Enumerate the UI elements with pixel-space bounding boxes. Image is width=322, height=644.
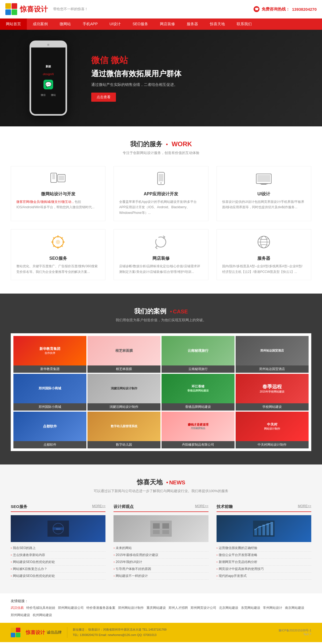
footer-info-label: 新址搬迁： xyxy=(73,628,87,631)
news-title: 惊喜天地 • NEWS xyxy=(11,478,311,486)
service-card-app: APP应用设计开发 全覆盖苹果手机App设计的手机网站建设开发/跨多平台APP应… xyxy=(114,166,208,221)
footer-slogan-text: 诚信品牌 xyxy=(47,630,62,635)
case-item-4[interactable]: 郑州祐达国贸酒店 郑州祐达国贸酒店 xyxy=(236,336,309,373)
news-img-tech xyxy=(217,515,311,542)
news-item[interactable]: 引导用户体验不好的原因 xyxy=(114,566,208,573)
case-img-2: 根芝林面膜 xyxy=(87,336,160,365)
case-item-2[interactable]: 根芝林面膜 根芝林面膜 xyxy=(87,336,160,373)
case-item-6[interactable]: 润腱活网站设计制作 润腱活网站设计制作 xyxy=(87,374,160,411)
link-zhengzhou-recruit[interactable]: 郑州人才招聘 xyxy=(169,606,188,610)
case-item-12[interactable]: 中关村 网站设计制作 中关村网站设计制作 xyxy=(236,412,309,448)
link-zhengzhou-design[interactable]: 郑州网站设计制作 xyxy=(118,606,144,610)
news-item[interactable]: 网站建设不一样的设计 xyxy=(114,573,208,580)
news-item[interactable]: 未来的网站 xyxy=(114,545,208,552)
case-img-12: 中关村 网站设计制作 xyxy=(236,412,309,441)
nav-item-home[interactable]: 网站首页 xyxy=(0,19,27,30)
case-item-1[interactable]: 新华教育集团 合作伙伴 新华教育集团 xyxy=(13,336,86,373)
news-design-more[interactable]: MORE>> xyxy=(195,504,208,509)
phone-new-label: 新媒 xyxy=(46,65,51,68)
service-icon-micro xyxy=(16,172,100,188)
cases-subtitle: 我们用创意为客户创造价值，为他们实现互联网上的突破。 xyxy=(11,318,311,323)
link-wuhan[interactable]: 武汉佳易 xyxy=(11,606,24,610)
news-item[interactable]: 网站建设SEO自然优化的好处 xyxy=(11,573,105,580)
phone-number: 13938204270 xyxy=(292,7,317,12)
link-hangzhou[interactable]: 杭州网站建设 xyxy=(33,613,52,617)
news-section: 惊喜天地 • NEWS 可以通过以下新闻与公司动态进一步了解我们与网站建设行业。… xyxy=(0,464,322,593)
case-label-1: 新华教育集团 xyxy=(13,365,86,373)
news-item[interactable]: 我在SEO的路上 xyxy=(11,545,105,552)
news-item[interactable]: 网站建设SEO自然优化的好处 xyxy=(11,559,105,566)
news-item[interactable]: 新潮网页平台竞品结构分析 xyxy=(217,559,311,566)
site-header: 惊喜设计 带给您不一样的惊喜！ ☎ 免费咨询热线： 13938204270 xyxy=(0,0,322,19)
case-item-11[interactable]: 赚钱才是硬道理 丹阳橡胶制品 丹阳橡胶制品有限公司 xyxy=(162,412,235,448)
case-item-7[interactable]: 环江香猪 香猪品牌网站建设 香猪品牌网站建设 xyxy=(162,374,235,411)
nav-item-micro[interactable]: 微网站 xyxy=(54,19,77,30)
case-img-6: 润腱活网站设计制作 xyxy=(87,374,160,403)
case-item-9[interactable]: 点都软件 点都软件 xyxy=(13,412,86,448)
case-item-5[interactable]: 郑州国际小商城 郑州国际小商城 xyxy=(13,374,86,411)
link-dongguan[interactable]: 东莞网站建设 xyxy=(241,606,260,610)
footer-beian-text: 豫ICP备2022015100号-1 xyxy=(279,628,311,632)
news-title-en: NEWS xyxy=(169,480,185,485)
case-img-8: 春季远程 2015年学校网站建设 xyxy=(236,374,309,403)
hero-title-white: 通过微信有效拓展用户群体 xyxy=(91,68,301,79)
logo[interactable]: 惊喜设计 带给您不一样的惊喜！ xyxy=(5,3,88,15)
news-item[interactable]: 2015年最移动应用的设计建议 xyxy=(114,552,208,559)
nav-item-store[interactable]: 网店装修 xyxy=(154,19,181,30)
services-title: 我们的服务 • WORK xyxy=(11,140,311,148)
case-item-3[interactable]: 云南秘境旅行 云南秘境旅行 xyxy=(162,336,235,373)
nav-item-contact[interactable]: 联系我们 xyxy=(231,19,258,30)
services-grid: 微网站设计与开发 微客官网/微会员/微购城/微支付/微互动，包括IOS/Andr… xyxy=(11,166,311,280)
link-chongqing[interactable]: 重庆网站建设 xyxy=(147,606,166,610)
svg-rect-36 xyxy=(262,525,265,535)
case-item-10[interactable]: 数字幼儿园管理系统 数字幼儿园 xyxy=(87,412,160,448)
logo-text: 惊喜设计 xyxy=(20,5,48,14)
service-card-micro: 微网站设计与开发 微客官网/微会员/微购城/微支付/微互动，包括IOS/Andr… xyxy=(11,166,105,221)
news-item[interactable]: 怎么快速收录新站内容 xyxy=(11,552,105,559)
footer-email-label: Email: xyxy=(99,633,108,636)
news-item[interactable]: 微信公众平台开发部署攻略 xyxy=(217,552,311,559)
friendly-links-section: 友情链接： 武汉佳易 特价毛绒玩具布娃娃 郑州网站建设公司 特价香港服务器备案 … xyxy=(0,593,322,623)
hero-content: 新媒 designN 💬 微信 微站 微信 微站 通过微信有效拓展用户群体 通过… xyxy=(0,30,322,126)
nav-item-news[interactable]: 惊喜天地 xyxy=(204,19,231,30)
link-changzhou[interactable]: 常州网站设计 xyxy=(263,606,282,610)
news-tech-more[interactable]: MORE>> xyxy=(298,504,311,509)
service-name-micro: 微网站设计与开发 xyxy=(16,191,100,197)
footer-brand-text: 惊喜设计 xyxy=(26,629,45,636)
footer-qq: 07001013 xyxy=(143,633,156,636)
news-title-text: 惊喜天地 xyxy=(137,478,163,486)
service-card-seo: SEO服务 整站优化、关键字百度推广、广告报价百度/搜狗/360搜索竞价排名等。… xyxy=(11,229,105,280)
service-icon-ui xyxy=(222,172,306,188)
news-col-tech: 技术前瞻 MORE>> 运营微信朋友圈的正确经验 微信公众平台开发部署攻略 新潮… xyxy=(217,504,311,580)
hero-phone-mockup: 新媒 designN 💬 微信 微站 xyxy=(21,41,75,116)
link-nanjing[interactable]: 南京网站建设 xyxy=(285,606,304,610)
nav-item-cases[interactable]: 成功案例 xyxy=(27,19,54,30)
case-img-1: 新华教育集团 合作伙伴 xyxy=(13,336,86,365)
link-zhengzhou-build[interactable]: 郑州网站建设 xyxy=(11,613,30,617)
services-title-en: WORK xyxy=(171,140,192,148)
link-zhengzhou-web[interactable]: 郑州网站建设公司 xyxy=(58,606,84,610)
nav-item-seo[interactable]: SEO服务 xyxy=(127,19,154,30)
link-maorong[interactable]: 特价毛绒玩具布娃娃 xyxy=(26,606,55,610)
case-item-8[interactable]: 春季远程 2015年学校网站建设 学校网站建设 xyxy=(236,374,309,411)
case-img-4: 郑州祐达国贸酒店 xyxy=(236,336,309,365)
svg-text:SEO: SEO xyxy=(56,528,60,530)
service-desc-micro: 微客官网/微会员/微购城/微支付/微互动，包括IOS/Android/Win等多… xyxy=(16,199,100,210)
news-seo-more[interactable]: MORE>> xyxy=(92,504,105,509)
news-item[interactable]: 网页设计中提高效率的使用技巧 xyxy=(217,566,311,573)
news-item[interactable]: 运营微信朋友圈的正确经验 xyxy=(217,545,311,552)
nav-item-ui[interactable]: UI设计 xyxy=(104,19,127,30)
news-seo-label: SEO服务 xyxy=(11,504,27,509)
hero-title-red: 微信 微站 xyxy=(91,54,301,66)
link-zhengzhou-page[interactable]: 郑州网页设计公司 xyxy=(191,606,216,610)
hero-cta-button[interactable]: 点击查看 xyxy=(91,93,116,102)
nav-item-app[interactable]: 手机APP xyxy=(77,19,104,30)
news-item[interactable]: 网站被K后恢复怎么办？ xyxy=(11,566,105,573)
links-title: 友情链接： xyxy=(11,599,311,603)
news-item[interactable]: 现代的app开发形式 xyxy=(217,573,311,580)
link-hk-server[interactable]: 特价香港服务器备案 xyxy=(86,606,115,610)
link-beijing[interactable]: 北京网站建设 xyxy=(219,606,238,610)
news-item[interactable]: 2015年我的UI设计 xyxy=(114,559,208,566)
nav-item-server[interactable]: 服务器 xyxy=(181,19,204,30)
svg-point-20 xyxy=(56,240,60,244)
